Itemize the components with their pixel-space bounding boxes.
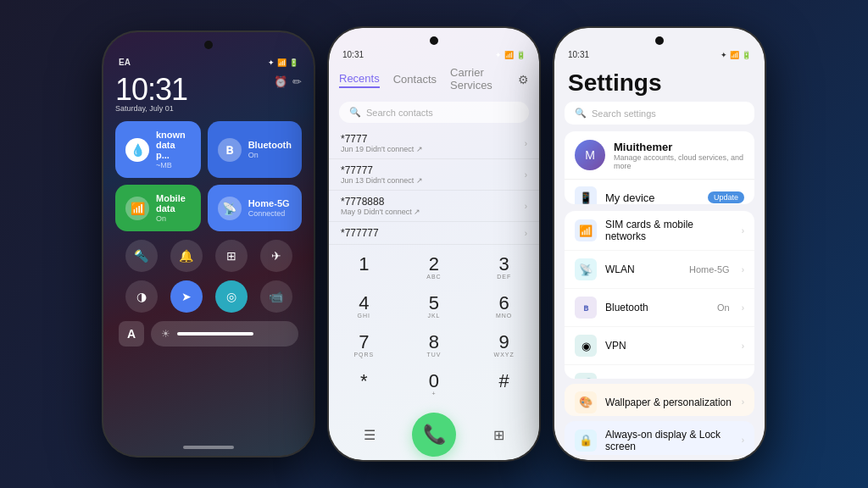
tab-recents[interactable]: Recents [339,72,380,88]
cc-wifi-title: Home-5G [248,198,292,208]
cc-bt-sub: On [248,151,292,159]
cc-mobile-title: Mobile data [156,193,191,214]
vpn-icon: ◉ [575,335,597,357]
recent-num-4: *777777 [341,227,525,239]
settings-wlan-row[interactable]: 📡 WLAN Home-5G › [565,250,754,288]
recent-sub-2: Jun 13 Didn't connect ↗ [341,176,525,185]
bt-label: Bluetooth [605,302,709,313]
settings-user-row[interactable]: M Miuithemer Manage accounts, cloud serv… [565,131,754,179]
recent-num-2: *77777 [341,164,525,176]
cc-bell-icon[interactable]: 🔔 [170,240,203,272]
tab-contacts[interactable]: Contacts [393,73,437,87]
recent-calls-list: *7777 Jun 19 Didn't connect ↗ › *77777 J… [329,128,539,245]
recent-call-4[interactable]: *777777 › [329,222,539,245]
settings-display-card: 🔒 Always-on display & Lock screen › [565,421,754,455]
dial-menu-icon[interactable]: ☰ [354,419,385,450]
cc-data-sub: ~MB [156,161,191,169]
dialer-search-bar[interactable]: 🔍 Search contacts [339,102,529,123]
user-avatar: M [575,140,605,170]
cc-edit-icon: ✏ [292,75,302,88]
lockscreen-label: Always-on display & Lock screen [605,429,733,452]
phone-control-center: EA ✦ 📶 🔋 10:31 Saturday, July 01 ⏰ [103,32,314,456]
status-icons: ✦ 📶 🔋 [268,58,298,67]
dial-key-6[interactable]: 6MNO [469,287,539,326]
cc-alarm-icon: ⏰ [274,75,287,88]
settings-search-bar[interactable]: 🔍 Search settings [565,102,754,125]
cc-nfc-icon[interactable]: ◎ [215,280,248,313]
vpn-arrow: › [742,341,744,351]
cc-brightness-icon: ☀ [161,328,170,340]
search-icon-settings: 🔍 [575,108,587,119]
settings-sim-row[interactable]: 📶 SIM cards & mobile networks › [565,211,754,250]
recent-call-2[interactable]: *77777 Jun 13 Didn't connect ↗ › [329,159,539,191]
dial-key-5[interactable]: 5JKL [399,287,470,326]
cc-wifi-tile[interactable]: 📡 Home-5G Connected [208,185,302,231]
update-badge[interactable]: Update [708,191,744,203]
dialer-tabs: Recents Contacts Carrier Services ⚙ [329,63,539,98]
dial-key-0[interactable]: 0+ [399,365,470,404]
recent-call-1[interactable]: *7777 Jun 19 Didn't connect ↗ › [329,128,539,159]
settings-device-row[interactable]: 📱 My device Update [565,179,754,204]
cc-mobile-sub: On [156,214,191,223]
recent-sub-1: Jun 19 Didn't connect ↗ [341,145,525,153]
cc-bluetooth-tile[interactable]: ʙ Bluetooth On [208,121,302,178]
dialer-status-bar: 10:31 ✦ 📶 🔋 [329,43,539,63]
front-camera-2 [430,36,438,45]
recent-sub-3: May 9 Didn't connect ↗ [341,208,525,216]
cc-data-tile[interactable]: 💧 known data p... ~MB [115,121,201,178]
dial-key-star[interactable]: * [329,365,399,404]
cc-flashlight-icon[interactable]: 🔦 [125,240,158,272]
dialer-time: 10:31 [342,50,364,59]
cc-airplane-icon[interactable]: ✈ [260,240,292,272]
dial-key-3[interactable]: 3DEF [469,248,539,287]
cc-bt-icon: ʙ [218,138,242,162]
cc-icon-row-2: ◑ ➤ ◎ 📹 [115,280,302,313]
wlan-arrow: › [742,265,744,274]
dial-key-8[interactable]: 8TUV [399,326,470,365]
tab-carrier-services[interactable]: Carrier Services [450,66,504,93]
dial-key-7[interactable]: 7PQRS [329,326,399,365]
settings-bt-row[interactable]: ʙ Bluetooth On › [565,288,754,326]
dial-grid-icon[interactable]: ⊞ [483,419,514,450]
cc-home-indicator [183,446,234,449]
connection-icon: 🔗 [575,373,597,378]
dial-key-hash[interactable]: # [469,365,539,404]
lockscreen-icon: 🔒 [575,430,597,452]
cc-contrast-icon[interactable]: ◑ [125,280,158,313]
cc-toggle-grid: 💧 known data p... ~MB ʙ Bluetooth On [115,121,302,231]
recent-arrow-3: › [525,202,527,211]
settings-vpn-row[interactable]: ◉ VPN › [565,326,754,364]
dial-key-4[interactable]: 4GHI [329,287,399,326]
cc-camera-icon[interactable]: 📹 [260,280,292,313]
device-icon: 📱 [575,186,597,204]
settings-gear-icon[interactable]: ⚙ [518,73,529,86]
cc-data-title: known data p... [156,130,191,160]
cc-mirror-icon[interactable]: ⊞ [215,240,248,272]
user-sub: Manage accounts, cloud services, and mor… [614,153,744,170]
recent-call-3[interactable]: *7778888 May 9 Didn't connect ↗ › [329,191,539,222]
bt-icon: ʙ [575,297,597,319]
settings-wallpaper-row[interactable]: 🎨 Wallpaper & personalization › [565,384,754,416]
vpn-label: VPN [605,340,733,352]
dial-key-1[interactable]: 1 [329,248,399,287]
cc-brightness-slider[interactable]: ☀ [151,321,298,347]
cc-mobile-tile[interactable]: 📶 Mobile data On [115,185,201,231]
settings-lockscreen-row[interactable]: 🔒 Always-on display & Lock screen › [565,421,754,455]
wlan-icon: 📡 [575,258,597,280]
device-label: My device [605,191,699,204]
call-button[interactable]: 📞 [412,413,456,457]
wallpaper-arrow: › [742,397,744,407]
settings-connection-row[interactable]: 🔗 Connection & sharing › [565,364,754,378]
cc-location-icon[interactable]: ➤ [170,280,203,313]
settings-search-placeholder: Search settings [592,108,656,119]
cc-brightness-bar [177,332,253,336]
sim-label: SIM cards & mobile networks [605,219,733,242]
phone-dialer: 10:31 ✦ 📶 🔋 Recents Contacts Carrier Ser… [329,28,539,460]
recent-num-3: *7778888 [341,196,525,208]
dial-key-9[interactable]: 9WXYZ [469,326,539,365]
settings-network-card: 📶 SIM cards & mobile networks › 📡 WLAN H… [565,211,754,378]
cc-date: Saturday, July 01 [115,104,274,113]
dial-key-2[interactable]: 2ABC [399,248,470,287]
cc-mobile-icon: 📶 [125,197,149,220]
cc-bt-title: Bluetooth [248,140,292,150]
